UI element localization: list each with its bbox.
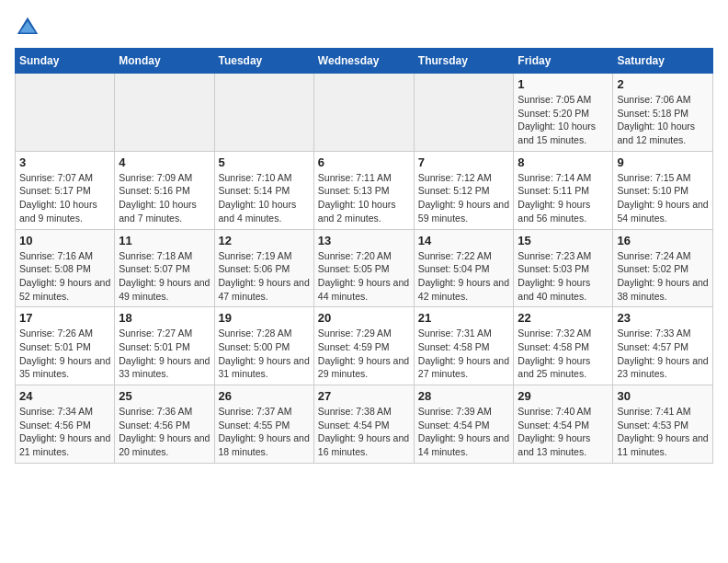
day-info: Sunrise: 7:27 AM Sunset: 5:01 PM Dayligh… [119,327,210,381]
day-number: 22 [518,311,609,325]
logo [15,15,44,40]
day-number: 23 [617,311,709,325]
day-number: 19 [219,311,310,325]
day-number: 29 [518,389,609,403]
calendar-cell: 15Sunrise: 7:23 AM Sunset: 5:03 PM Dayli… [514,229,613,307]
weekday-header: Monday [115,49,214,74]
day-number: 16 [617,234,709,247]
day-info: Sunrise: 7:19 AM Sunset: 5:06 PM Dayligh… [219,249,310,304]
day-number: 5 [219,155,310,169]
day-number: 15 [518,234,609,247]
calendar-cell: 10Sunrise: 7:16 AM Sunset: 5:08 PM Dayli… [16,229,115,307]
day-info: Sunrise: 7:34 AM Sunset: 4:56 PM Dayligh… [19,405,110,459]
calendar-week-row: 10Sunrise: 7:16 AM Sunset: 5:08 PM Dayli… [16,229,713,307]
day-number: 20 [318,311,410,325]
calendar-cell [414,74,514,152]
calendar-cell: 26Sunrise: 7:37 AM Sunset: 4:55 PM Dayli… [214,385,313,464]
calendar-cell: 2Sunrise: 7:06 AM Sunset: 5:18 PM Daylig… [613,74,713,152]
day-number: 10 [19,234,110,247]
day-info: Sunrise: 7:41 AM Sunset: 4:53 PM Dayligh… [617,405,709,459]
day-info: Sunrise: 7:14 AM Sunset: 5:11 PM Dayligh… [518,171,609,225]
day-info: Sunrise: 7:40 AM Sunset: 4:54 PM Dayligh… [518,405,609,459]
day-info: Sunrise: 7:22 AM Sunset: 5:04 PM Dayligh… [418,249,510,304]
calendar-cell: 29Sunrise: 7:40 AM Sunset: 4:54 PM Dayli… [514,385,613,464]
day-info: Sunrise: 7:06 AM Sunset: 5:18 PM Dayligh… [617,93,709,147]
calendar-cell: 17Sunrise: 7:26 AM Sunset: 5:01 PM Dayli… [16,307,115,385]
calendar-cell: 30Sunrise: 7:41 AM Sunset: 4:53 PM Dayli… [613,385,713,464]
day-info: Sunrise: 7:18 AM Sunset: 5:07 PM Dayligh… [119,249,210,304]
day-number: 6 [318,155,410,169]
day-info: Sunrise: 7:15 AM Sunset: 5:10 PM Dayligh… [617,171,709,225]
calendar-week-row: 3Sunrise: 7:07 AM Sunset: 5:17 PM Daylig… [16,151,713,229]
weekday-header: Sunday [16,49,115,74]
calendar-cell: 9Sunrise: 7:15 AM Sunset: 5:10 PM Daylig… [613,151,713,229]
day-number: 12 [219,234,310,247]
calendar-cell [313,74,414,152]
day-info: Sunrise: 7:20 AM Sunset: 5:05 PM Dayligh… [318,249,410,304]
calendar-cell: 21Sunrise: 7:31 AM Sunset: 4:58 PM Dayli… [414,307,514,385]
day-number: 14 [418,234,510,247]
day-info: Sunrise: 7:37 AM Sunset: 4:55 PM Dayligh… [219,405,310,459]
day-info: Sunrise: 7:12 AM Sunset: 5:12 PM Dayligh… [418,171,510,225]
calendar-week-row: 1Sunrise: 7:05 AM Sunset: 5:20 PM Daylig… [16,74,713,152]
weekday-header: Wednesday [313,49,414,74]
day-number: 13 [318,234,410,247]
calendar-cell: 14Sunrise: 7:22 AM Sunset: 5:04 PM Dayli… [414,229,514,307]
calendar-cell: 3Sunrise: 7:07 AM Sunset: 5:17 PM Daylig… [16,151,115,229]
day-number: 8 [518,155,609,169]
calendar-cell: 24Sunrise: 7:34 AM Sunset: 4:56 PM Dayli… [16,385,115,464]
calendar-cell: 13Sunrise: 7:20 AM Sunset: 5:05 PM Dayli… [313,229,414,307]
calendar-cell: 19Sunrise: 7:28 AM Sunset: 5:00 PM Dayli… [214,307,313,385]
calendar-table: SundayMondayTuesdayWednesdayThursdayFrid… [15,48,713,464]
day-number: 7 [418,155,510,169]
calendar-cell: 5Sunrise: 7:10 AM Sunset: 5:14 PM Daylig… [214,151,313,229]
page-header [15,15,713,40]
day-number: 2 [617,77,709,91]
logo-icon [15,15,40,40]
calendar-cell: 23Sunrise: 7:33 AM Sunset: 4:57 PM Dayli… [613,307,713,385]
calendar-cell [115,74,214,152]
day-info: Sunrise: 7:11 AM Sunset: 5:13 PM Dayligh… [318,171,410,225]
day-info: Sunrise: 7:16 AM Sunset: 5:08 PM Dayligh… [19,249,110,304]
calendar-cell: 16Sunrise: 7:24 AM Sunset: 5:02 PM Dayli… [613,229,713,307]
day-number: 21 [418,311,510,325]
day-info: Sunrise: 7:23 AM Sunset: 5:03 PM Dayligh… [518,249,609,304]
calendar-cell: 27Sunrise: 7:38 AM Sunset: 4:54 PM Dayli… [313,385,414,464]
day-number: 11 [119,234,210,247]
day-info: Sunrise: 7:29 AM Sunset: 4:59 PM Dayligh… [318,327,410,381]
day-info: Sunrise: 7:28 AM Sunset: 5:00 PM Dayligh… [219,327,310,381]
calendar-cell: 18Sunrise: 7:27 AM Sunset: 5:01 PM Dayli… [115,307,214,385]
day-info: Sunrise: 7:31 AM Sunset: 4:58 PM Dayligh… [418,327,510,381]
day-info: Sunrise: 7:26 AM Sunset: 5:01 PM Dayligh… [19,327,110,381]
calendar-cell: 20Sunrise: 7:29 AM Sunset: 4:59 PM Dayli… [313,307,414,385]
calendar-header-row: SundayMondayTuesdayWednesdayThursdayFrid… [16,49,713,74]
day-number: 4 [119,155,210,169]
day-number: 26 [219,389,310,403]
calendar-cell: 4Sunrise: 7:09 AM Sunset: 5:16 PM Daylig… [115,151,214,229]
day-number: 28 [418,389,510,403]
day-info: Sunrise: 7:32 AM Sunset: 4:58 PM Dayligh… [518,327,609,381]
calendar-cell: 6Sunrise: 7:11 AM Sunset: 5:13 PM Daylig… [313,151,414,229]
day-number: 27 [318,389,410,403]
calendar-cell: 28Sunrise: 7:39 AM Sunset: 4:54 PM Dayli… [414,385,514,464]
calendar-cell: 22Sunrise: 7:32 AM Sunset: 4:58 PM Dayli… [514,307,613,385]
calendar-cell: 12Sunrise: 7:19 AM Sunset: 5:06 PM Dayli… [214,229,313,307]
calendar-week-row: 17Sunrise: 7:26 AM Sunset: 5:01 PM Dayli… [16,307,713,385]
day-info: Sunrise: 7:33 AM Sunset: 4:57 PM Dayligh… [617,327,709,381]
calendar-cell [16,74,115,152]
day-info: Sunrise: 7:10 AM Sunset: 5:14 PM Dayligh… [219,171,310,225]
weekday-header: Tuesday [214,49,313,74]
day-info: Sunrise: 7:39 AM Sunset: 4:54 PM Dayligh… [418,405,510,459]
calendar-week-row: 24Sunrise: 7:34 AM Sunset: 4:56 PM Dayli… [16,385,713,464]
weekday-header: Friday [514,49,613,74]
day-info: Sunrise: 7:07 AM Sunset: 5:17 PM Dayligh… [19,171,110,225]
day-number: 25 [119,389,210,403]
day-info: Sunrise: 7:38 AM Sunset: 4:54 PM Dayligh… [318,405,410,459]
day-number: 18 [119,311,210,325]
day-info: Sunrise: 7:36 AM Sunset: 4:56 PM Dayligh… [119,405,210,459]
calendar-body: 1Sunrise: 7:05 AM Sunset: 5:20 PM Daylig… [16,74,713,464]
calendar-cell: 8Sunrise: 7:14 AM Sunset: 5:11 PM Daylig… [514,151,613,229]
calendar-cell: 7Sunrise: 7:12 AM Sunset: 5:12 PM Daylig… [414,151,514,229]
calendar-cell: 25Sunrise: 7:36 AM Sunset: 4:56 PM Dayli… [115,385,214,464]
weekday-header: Thursday [414,49,514,74]
